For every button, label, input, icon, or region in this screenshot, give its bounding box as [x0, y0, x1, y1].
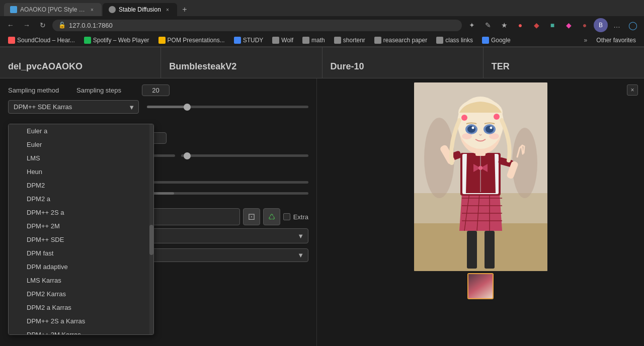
new-tab-button[interactable]: +: [178, 3, 191, 16]
tab-favicon: [10, 6, 17, 13]
dropdown-item-euler[interactable]: Euler: [9, 138, 153, 151]
model-card-3-label: Dure-10: [331, 61, 364, 72]
dropdown-item-dpmpp2m-label: DPM++ 2M: [27, 222, 60, 230]
bookmark-study[interactable]: STUDY: [230, 36, 268, 45]
bookmarks-more-button[interactable]: »: [580, 36, 592, 45]
dropdown-item-dpm2[interactable]: DPM2: [9, 179, 153, 192]
bookmark-other-favorites[interactable]: Other favorites: [592, 36, 640, 45]
more-menu-button[interactable]: …: [610, 18, 624, 32]
dropdown-item-dppmsde-label: DPM++ SDE: [27, 236, 64, 243]
address-bar-row: ← → ↻ 🔓 127.0.0.1:7860 ✦ ✎ ★ ● ◆ ■ ◆ ● B…: [0, 16, 644, 34]
bookmark-wolf-icon: [272, 37, 279, 44]
extension-icon-1[interactable]: ✦: [465, 18, 479, 32]
dropdown-item-dppmsde[interactable]: DPM++ SDE: [9, 233, 153, 246]
extra-label: Extra: [293, 213, 308, 221]
bookmarks-bar: SoundCloud – Hear... Spotify – Web Playe…: [0, 34, 644, 47]
extension-icon-4[interactable]: ◆: [529, 18, 543, 32]
tab-stable-diffusion[interactable]: Stable Diffusion ×: [103, 3, 177, 16]
tab-sd-label: Stable Diffusion: [119, 6, 161, 13]
extension-icon-5[interactable]: ■: [545, 18, 559, 32]
model-card-1-label: del_pvcAOAOKO: [8, 61, 83, 72]
svg-point-32: [467, 126, 475, 133]
thumbnail-1[interactable]: [467, 273, 494, 299]
extra-checkbox[interactable]: [283, 213, 290, 220]
dropdown-item-dpm2-label: DPM2: [27, 182, 45, 189]
sampling-method-select[interactable]: DPM++ SDE Karras: [8, 100, 139, 114]
extension-icon-2[interactable]: ✎: [481, 18, 495, 32]
bookmark-research-label: reasearch paper: [383, 37, 427, 44]
forward-button[interactable]: →: [20, 19, 33, 32]
svg-point-38: [461, 115, 467, 121]
tab-sd-close[interactable]: ×: [164, 6, 171, 13]
tab-aoaoko-label: AOAOKO [PVC Style Model] - PV...: [20, 6, 86, 13]
batch-count-slider-thumb[interactable]: [184, 152, 191, 159]
dropdown-item-dpm2karras[interactable]: DPM2 Karras: [9, 287, 153, 301]
bookmark-pom[interactable]: POM Presentations...: [154, 36, 229, 45]
bookmark-google[interactable]: Google: [478, 36, 515, 45]
steps-slider-thumb[interactable]: [184, 104, 191, 111]
steps-slider-row: [147, 106, 308, 108]
left-panel: Sampling method Sampling steps 20 DPM++ …: [0, 78, 317, 346]
dropdown-item-euler-a[interactable]: Euler a: [9, 124, 153, 138]
dropdown-item-dpmpp2sa-label: DPM++ 2S a: [27, 209, 64, 216]
steps-slider-track[interactable]: [147, 106, 308, 108]
dropdown-scrollbar-thumb[interactable]: [149, 225, 153, 255]
close-image-button[interactable]: ×: [627, 84, 638, 96]
tab-aoaoko-close[interactable]: ×: [89, 6, 96, 13]
bookmark-shortenr-label: shortenr: [343, 37, 365, 44]
bookmark-study-label: STUDY: [243, 37, 264, 44]
batch-count-slider[interactable]: [181, 154, 309, 157]
bookmark-pom-label: POM Presentations...: [168, 37, 225, 44]
bookmark-class-links[interactable]: class links: [432, 36, 477, 45]
dice-icon-button[interactable]: ⚀: [243, 208, 260, 225]
dropdown-item-dpm2a[interactable]: DPM2 a: [9, 192, 153, 206]
dropdown-item-dpmadaptive-label: DPM adaptive: [27, 263, 68, 271]
profile-avatar[interactable]: B: [594, 18, 608, 32]
method-and-slider-row: DPM++ SDE Karras ▼: [8, 100, 308, 114]
page-content: del_pvcAOAOKO BumblesteakV2 Dure-10 TER …: [0, 47, 644, 346]
bookmark-spotify-label: Spotify – Web Player: [93, 37, 149, 44]
extension-icon-7[interactable]: ●: [578, 18, 592, 32]
model-card-2[interactable]: BumblesteakV2: [161, 47, 322, 78]
dropdown-item-lms[interactable]: LMS: [9, 151, 153, 165]
dropdown-item-dpmadaptive[interactable]: DPM adaptive: [9, 260, 153, 274]
dropdown-scrollbar[interactable]: [149, 124, 153, 334]
bookmark-shortenr[interactable]: shortenr: [330, 36, 369, 45]
bookmark-class-links-label: class links: [445, 37, 473, 44]
recycle-icon-button[interactable]: ♺: [263, 208, 280, 225]
right-panel: ×: [317, 78, 644, 346]
dropdown-item-dpmpp2mkarras[interactable]: DPM++ 2M Karras: [9, 328, 153, 335]
dropdown-item-dpmfast[interactable]: DPM fast: [9, 246, 153, 260]
dropdown-item-dpmpp2m[interactable]: DPM++ 2M: [9, 219, 153, 233]
model-card-4[interactable]: TER: [484, 47, 644, 78]
bookmark-soundcloud-label: SoundCloud – Hear...: [17, 37, 75, 44]
extension-icon-6[interactable]: ◆: [561, 18, 576, 32]
dropdown-item-heun[interactable]: Heun: [9, 165, 153, 179]
tab-bar: AOAOKO [PVC Style Model] - PV... × Stabl…: [0, 0, 644, 16]
bookmark-research[interactable]: reasearch paper: [370, 36, 431, 45]
tab-aoaoko[interactable]: AOAOKO [PVC Style Model] - PV... ×: [4, 3, 102, 16]
bookmark-math[interactable]: math: [298, 36, 329, 45]
bookmark-soundcloud[interactable]: SoundCloud – Hear...: [4, 36, 79, 45]
bookmark-spotify[interactable]: Spotify – Web Player: [80, 36, 153, 45]
generated-image: [414, 82, 547, 271]
dropdown-item-dpmpp2sa[interactable]: DPM++ 2S a: [9, 206, 153, 219]
extension-icon-3[interactable]: ●: [513, 18, 527, 32]
address-box[interactable]: 🔓 127.0.0.1:7860: [52, 20, 462, 31]
reload-button[interactable]: ↻: [36, 19, 49, 32]
browser-chrome: AOAOKO [PVC Style Model] - PV... × Stabl…: [0, 0, 644, 47]
bookmark-star[interactable]: ★: [497, 18, 511, 32]
sampling-steps-value[interactable]: 20: [142, 84, 170, 96]
dropdown-item-lmskarras[interactable]: LMS Karras: [9, 274, 153, 287]
back-button[interactable]: ←: [4, 19, 17, 32]
dropdown-item-dpm2akarras[interactable]: DPM2 a Karras: [9, 301, 153, 314]
model-card-1[interactable]: del_pvcAOAOKO: [0, 47, 161, 78]
dropdown-item-dpmpp2sakarras[interactable]: DPM++ 2S a Karras: [9, 314, 153, 328]
edge-icon[interactable]: ◯: [626, 18, 640, 32]
bookmark-math-label: math: [311, 37, 325, 44]
thumbnail-1-image: [468, 274, 493, 298]
svg-point-35: [490, 127, 492, 129]
steps-slider-fill: [147, 106, 187, 108]
model-card-3[interactable]: Dure-10: [323, 47, 484, 78]
bookmark-wolf[interactable]: Wolf: [268, 36, 297, 45]
